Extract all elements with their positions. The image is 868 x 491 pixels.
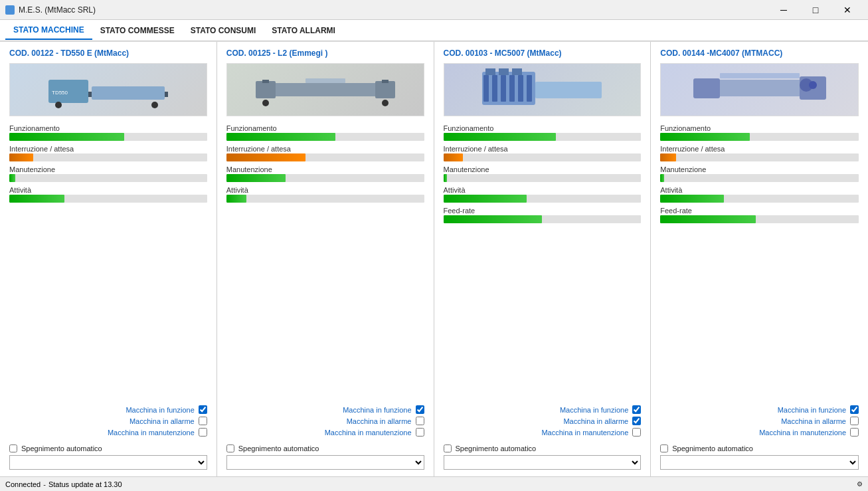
stat-row-1-4: Attività: [9, 186, 207, 203]
svg-rect-1: [92, 86, 165, 100]
checkbox-input-3-2[interactable]: [632, 417, 641, 425]
stat-row-4-3: Manutenzione: [660, 165, 859, 182]
spegnimento-select-3[interactable]: [444, 455, 642, 470]
checkbox-input-1-1[interactable]: [199, 405, 207, 414]
stat-label-2-4: Attività: [226, 186, 424, 194]
svg-point-14: [382, 100, 389, 106]
spegnimento-row-1: Spegnimento automatico: [9, 444, 207, 452]
machine-card-4: COD. 00144 -MC4007 (MTMACC) Funzionament…: [651, 42, 868, 476]
app-title: M.E.S. (MtMacc SRL): [19, 5, 96, 15]
machine-title-1: COD. 00122 - TD550 E (MtMacc): [9, 49, 207, 58]
tab-stato-consumi[interactable]: STATO CONSUMI: [183, 22, 264, 39]
status-update: Status update at 13.30: [48, 480, 122, 488]
spegnimento-select-2[interactable]: [226, 455, 424, 470]
stat-label-4-1: Funzionamento: [660, 124, 859, 132]
checkboxes-section-2: Macchina in funzioneMacchina in allarmeM…: [226, 405, 424, 437]
progress-bg-3-1: [444, 133, 642, 141]
progress-fill-4-4: [660, 195, 724, 203]
svg-rect-9: [375, 81, 395, 98]
svg-rect-10: [262, 80, 269, 83]
progress-bg-1-1: [9, 133, 207, 141]
checkbox-input-4-3[interactable]: [850, 428, 859, 437]
checkbox-label-2-2: Macchina in allarme: [347, 417, 412, 425]
stat-label-2-2: Interruzione / attesa: [226, 145, 424, 153]
checkbox-input-1-2[interactable]: [199, 417, 207, 425]
main-content: COD. 00122 - TD550 E (MtMacc) TD550 Funz…: [0, 41, 868, 476]
checkbox-label-4-2: Macchina in allarme: [781, 417, 846, 425]
stat-row-3-4: Attività: [444, 186, 642, 203]
checkbox-input-4-1[interactable]: [850, 405, 859, 414]
checkbox-row-3-3: Macchina in manutenzione: [444, 428, 642, 437]
spegnimento-select-1[interactable]: [9, 455, 207, 470]
progress-fill-1-3: [9, 174, 15, 182]
spegnimento-label-1: Spegnimento automatico: [21, 444, 102, 452]
tab-stato-macchine[interactable]: STATO MACCHINE: [5, 21, 92, 40]
checkbox-input-1-3[interactable]: [199, 428, 207, 437]
svg-rect-2: [88, 92, 92, 97]
stat-label-3-2: Interruzione / attesa: [444, 145, 642, 153]
machine-title-2: COD. 00125 - L2 (Emmegi ): [226, 49, 424, 58]
checkbox-input-3-1[interactable]: [632, 405, 641, 414]
progress-bg-1-3: [9, 174, 207, 182]
stat-label-3-3: Manutenzione: [444, 165, 642, 173]
checkbox-input-3-3[interactable]: [632, 428, 641, 437]
stat-row-1-3: Manutenzione: [9, 165, 207, 182]
status-bar: Connected - Status update at 13.30 ⚙: [0, 476, 868, 491]
machine-card-2: COD. 00125 - L2 (Emmegi ) FunzionamentoI…: [217, 42, 434, 476]
spegnimento-checkbox-4[interactable]: [660, 444, 668, 452]
spegnimento-checkbox-1[interactable]: [9, 444, 17, 452]
svg-point-4: [55, 102, 62, 108]
checkbox-input-2-3[interactable]: [416, 428, 424, 437]
checkbox-input-2-2[interactable]: [416, 417, 424, 425]
svg-rect-16: [535, 82, 602, 98]
spegnimento-checkbox-2[interactable]: [226, 444, 234, 452]
minimize-button[interactable]: ─: [768, 0, 799, 20]
checkbox-label-1-3: Macchina in manutenzione: [108, 429, 195, 437]
svg-point-13: [262, 100, 269, 106]
spegnimento-row-4: Spegnimento automatico: [660, 444, 859, 452]
svg-rect-3: [165, 92, 168, 97]
checkbox-row-1-2: Macchina in allarme: [9, 417, 207, 425]
progress-fill-2-4: [226, 195, 246, 203]
close-button[interactable]: ✕: [832, 0, 863, 20]
stat-row-2-3: Manutenzione: [226, 165, 424, 182]
status-right: ⚙: [857, 480, 863, 488]
progress-fill-1-2: [9, 153, 33, 161]
stat-row-1-1: Funzionamento: [9, 124, 207, 141]
title-bar-left: M.E.S. (MtMacc SRL): [5, 5, 96, 15]
spegnimento-label-2: Spegnimento automatico: [238, 444, 319, 452]
svg-rect-19: [512, 68, 522, 75]
checkboxes-section-4: Macchina in funzioneMacchina in allarmeM…: [660, 405, 859, 437]
progress-fill-1-4: [9, 195, 64, 203]
stat-label-4-5: Feed-rate: [660, 207, 859, 215]
svg-rect-29: [720, 73, 800, 78]
maximize-button[interactable]: □: [800, 0, 831, 20]
stat-label-4-2: Interruzione / attesa: [660, 145, 859, 153]
checkbox-row-1-1: Macchina in funzione: [9, 405, 207, 414]
spegnimento-label-4: Spegnimento automatico: [672, 444, 753, 452]
stat-row-4-2: Interruzione / attesa: [660, 145, 859, 161]
checkbox-row-2-2: Macchina in allarme: [226, 417, 424, 425]
spegnimento-select-4[interactable]: [660, 455, 859, 470]
spegnimento-section-1: Spegnimento automatico: [9, 444, 207, 470]
progress-bg-3-4: [444, 195, 642, 203]
machine-card-1: COD. 00122 - TD550 E (MtMacc) TD550 Funz…: [0, 42, 217, 476]
checkbox-input-4-2[interactable]: [850, 417, 859, 425]
tab-stato-allarmi[interactable]: STATO ALLARMI: [264, 22, 343, 39]
stat-row-3-2: Interruzione / attesa: [444, 145, 642, 161]
stat-label-1-3: Manutenzione: [9, 165, 207, 173]
spegnimento-checkbox-3[interactable]: [444, 444, 452, 452]
machine-card-3: COD. 00103 - MC5007 (MtMacc) Funzionamen…: [434, 42, 651, 476]
progress-bg-2-2: [226, 153, 424, 161]
stat-row-2-4: Attività: [226, 186, 424, 203]
machine-title-4: COD. 00144 -MC4007 (MTMACC): [660, 49, 859, 58]
tab-stato-commesse[interactable]: STATO COMMESSE: [92, 22, 183, 39]
stat-label-1-2: Interruzione / attesa: [9, 145, 207, 153]
stat-label-4-3: Manutenzione: [660, 165, 859, 173]
stat-row-3-1: Funzionamento: [444, 124, 642, 141]
stat-label-2-1: Funzionamento: [226, 124, 424, 132]
checkbox-input-2-1[interactable]: [416, 405, 424, 414]
progress-fill-3-5: [444, 215, 543, 223]
svg-rect-8: [256, 81, 276, 98]
svg-rect-20: [483, 75, 489, 102]
